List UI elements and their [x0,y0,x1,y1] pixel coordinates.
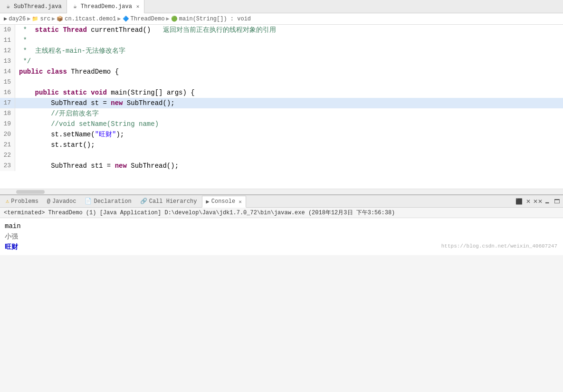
code-line-22: 22 [0,150,563,161]
breadcrumb-icon-folder: ▶ [4,15,7,22]
java-file-icon: ☕ [5,3,11,10]
bottom-panel: ⚠ Problems @ Javadoc 📄 Declaration 🔗 Cal… [0,194,563,255]
declaration-icon: 📄 [85,198,92,205]
editor-tab-bar: ☕ SubThread.java ☕ ThreadDemo.java ✕ [0,0,563,13]
code-lines: 10 * static Thread currentThread() 返回对当前… [0,25,563,171]
code-editor[interactable]: 10 * static Thread currentThread() 返回对当前… [0,25,563,189]
code-content-20: st.setName("旺财"); [15,129,563,140]
console-icon: ▶ [206,198,210,205]
code-line-15: 15 [0,77,563,87]
tab-subthread-label: SubThread.java [14,3,62,10]
watermark: https://blog.csdn.net/weixin_40607247 [441,241,557,251]
code-line-16: 16 public static void main(String[] args… [0,87,563,98]
bottom-tab-bar: ⚠ Problems @ Javadoc 📄 Declaration 🔗 Cal… [0,195,563,208]
remove-all-button[interactable]: ✕✕ [534,197,542,206]
code-line-13: 13 */ [0,56,563,67]
code-line-18: 18 //开启前改名字 [0,108,563,119]
console-line-xq: 小强 [5,231,558,242]
code-line-20: 20 st.setName("旺财"); [0,129,563,140]
tab-threaddemo-label: ThreadDemo.java [81,3,132,10]
callhierarchy-icon: 🔗 [140,198,147,205]
line-number-10: 10 [0,25,15,35]
tab-callhierarchy-label: Call Hierarchy [149,198,197,205]
tab-declaration-label: Declaration [94,198,131,205]
breadcrumb-package[interactable]: 📦 cn.itcast.demo1 [57,16,116,22]
console-actions: ⬛ ✕ ✕✕ 🗕 🗖 [515,197,563,206]
editor-horizontal-scrollbar[interactable] [0,189,563,194]
line-number-22: 22 [0,150,15,161]
code-content-11: * [15,35,563,46]
code-content-16: public static void main(String[] args) { [15,87,563,98]
tab-javadoc[interactable]: @ Javadoc [43,195,80,207]
code-line-17: 17 SubThread st = new SubThread(); [0,98,563,108]
tab-callhierarchy[interactable]: 🔗 Call Hierarchy [136,195,201,207]
tab-threaddemo[interactable]: ☕ ThreadDemo.java ✕ [67,0,145,13]
code-content-23: SubThread st1 = new SubThread(); [15,161,563,171]
code-content-15 [15,77,563,87]
tab-subthread[interactable]: ☕ SubThread.java [0,0,67,13]
tab-console-label: Console [211,198,235,205]
code-line-23: 23 SubThread st1 = new SubThread(); [0,161,563,171]
code-content-18: //开启前改名字 [15,108,563,119]
line-number-16: 16 [0,87,15,98]
code-content-17: SubThread st = new SubThread(); [15,98,563,108]
code-content-19: //void setName(String name) [15,119,563,129]
line-number-21: 21 [0,140,15,150]
line-number-12: 12 [0,46,15,56]
tab-declaration[interactable]: 📄 Declaration [81,195,135,207]
breadcrumb-src[interactable]: 📁 src [32,16,50,22]
code-line-10: 10 * static Thread currentThread() 返回对当前… [0,25,563,35]
tab-problems[interactable]: ⚠ Problems [2,195,42,207]
tab-close-icon[interactable]: ✕ [136,3,140,10]
console-status: <terminated> ThreadDemo (1) [Java Applic… [0,208,563,218]
breadcrumb-method[interactable]: 🟢 main(String[]) : void [171,16,251,22]
code-line-21: 21 st.start(); [0,140,563,150]
line-number-18: 18 [0,108,15,119]
code-content-10: * static Thread currentThread() 返回对当前正在执… [15,25,563,35]
tab-javadoc-label: Javadoc [52,198,76,205]
problems-icon: ⚠ [6,198,9,205]
line-number-17: 17 [0,98,15,108]
code-line-14: 14 public class ThreadDemo { [0,67,563,77]
maximize-button[interactable]: 🗖 [553,197,561,206]
line-number-13: 13 [0,56,15,67]
tab-console-close-icon[interactable]: ✕ [239,199,242,205]
javadoc-icon: @ [47,198,50,205]
line-number-15: 15 [0,77,15,87]
console-output: main 小强 旺财 https://blog.csdn.net/weixin_… [0,218,563,255]
line-number-23: 23 [0,161,15,171]
breadcrumb-day26[interactable]: day26 [9,16,26,22]
line-number-19: 19 [0,119,15,129]
code-content-21: st.start(); [15,140,563,150]
tab-console[interactable]: ▶ Console ✕ [202,196,246,208]
code-line-11: 11 * [0,35,563,46]
breadcrumb: ▶ day26 ▶ 📁 src ▶ 📦 cn.itcast.demo1 ▶ 🔷 … [0,13,563,25]
scrollbar-thumb[interactable] [16,190,45,194]
code-line-12: 12 * 主线程名-main-无法修改名字 [0,46,563,56]
tab-problems-label: Problems [11,198,38,205]
line-number-20: 20 [0,129,15,140]
code-content-13: */ [15,56,563,67]
remove-button[interactable]: ✕ [524,197,533,206]
console-line-main: main [5,221,558,231]
code-content-22 [15,150,563,161]
breadcrumb-class[interactable]: 🔷 ThreadDemo [123,16,165,22]
line-number-11: 11 [0,35,15,46]
java-file-icon-2: ☕ [72,3,78,10]
minimize-button[interactable]: 🗕 [543,197,552,206]
code-content-14: public class ThreadDemo { [15,67,563,77]
stop-button[interactable]: ⬛ [515,197,523,206]
code-content-12: * 主线程名-main-无法修改名字 [15,46,563,56]
line-number-14: 14 [0,67,15,77]
code-line-19: 19 //void setName(String name) [0,119,563,129]
